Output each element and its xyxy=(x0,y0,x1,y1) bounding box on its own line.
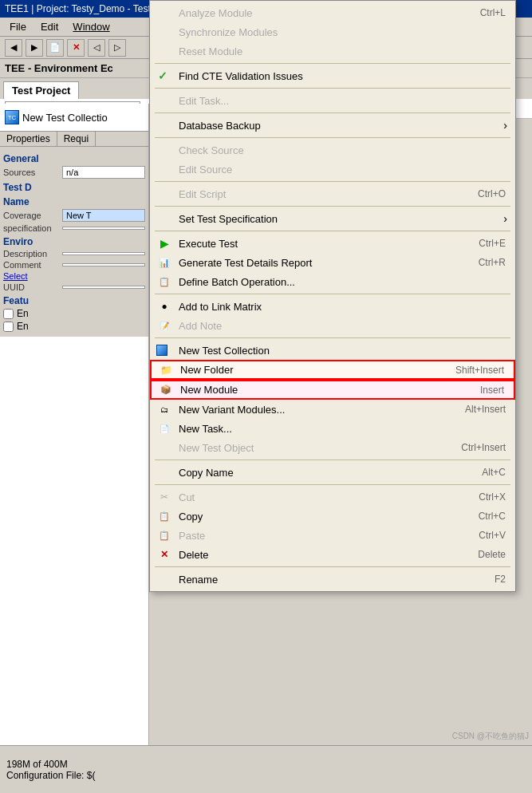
ctx-copy-shortcut: Ctrl+C xyxy=(463,511,506,522)
sep8 xyxy=(155,294,510,294)
ctx-edit-script-shortcut: Ctrl+O xyxy=(462,188,506,199)
ctx-check-source-label: Check Source xyxy=(179,144,244,156)
ctx-add-note-label: Add Note xyxy=(179,320,222,332)
prop-description: Description xyxy=(3,249,145,258)
ctx-new-task[interactable]: 📄 New Task... xyxy=(150,419,515,438)
prop-en1: En xyxy=(3,308,145,319)
ctx-add-link-matrix[interactable]: ● Add to Link Matrix xyxy=(150,297,515,316)
ctx-define-batch[interactable]: 📋 Define Batch Operation... xyxy=(150,272,515,291)
ctx-edit-source[interactable]: Edit Source xyxy=(150,160,515,179)
prop-comment: Comment xyxy=(3,260,145,270)
toolbar-btn-fwd[interactable]: ▶ xyxy=(26,39,43,57)
ctx-paste[interactable]: 📋 Paste Ctrl+V xyxy=(150,526,515,545)
ctx-synchronize-modules-label: Synchronize Modules xyxy=(179,26,278,38)
ctx-new-variant-modules[interactable]: 🗂 New Variant Modules... Alt+Insert xyxy=(150,400,515,419)
ctx-new-test-collection[interactable]: New Test Collection xyxy=(150,341,515,360)
ctx-new-module-label: New Module xyxy=(180,384,238,396)
ctx-delete-label: Delete xyxy=(179,549,209,561)
paste-icon: 📋 xyxy=(156,527,172,543)
ctx-generate-report[interactable]: 📊 Generate Test Details Report Ctrl+R xyxy=(150,253,515,272)
ctx-new-folder[interactable]: 📁 New Folder Shift+Insert xyxy=(150,360,515,380)
sep9 xyxy=(155,337,510,338)
ctx-reset-module-label: Reset Module xyxy=(179,45,242,57)
ctx-database-backup-label: Database Backup xyxy=(179,120,261,132)
ctx-copy-name-shortcut: Alt+C xyxy=(466,467,506,478)
ctx-edit-task[interactable]: Edit Task... xyxy=(150,91,515,110)
props-content: General Sources n/a Test D Name Coverage… xyxy=(0,147,148,337)
ctx-new-folder-shortcut: Shift+Insert xyxy=(439,365,504,376)
toolbar-btn-back[interactable]: ◀ xyxy=(5,39,22,57)
name-label: Name xyxy=(3,196,145,207)
toolbar-btn-close[interactable]: ✕ xyxy=(67,39,85,57)
tree-area: TC New Test Collectio xyxy=(0,104,148,131)
ctx-analyze-module-label: Analyze Module xyxy=(179,7,253,19)
report-icon: 📊 xyxy=(156,254,172,270)
ctx-generate-report-shortcut: Ctrl+R xyxy=(463,257,506,268)
tree-item-new-test-collection[interactable]: TC New Test Collectio xyxy=(5,108,144,126)
prop-coverage: Coverage New T xyxy=(3,209,145,222)
ctx-check-source[interactable]: Check Source xyxy=(150,140,515,160)
prop-en2: En xyxy=(3,321,145,332)
menu-edit[interactable]: Edit xyxy=(34,19,65,34)
menu-file[interactable]: File xyxy=(3,19,33,34)
sep3 xyxy=(155,112,510,113)
ctx-edit-script[interactable]: Edit Script Ctrl+O xyxy=(150,184,515,203)
ctx-execute-test-label: Execute Test xyxy=(179,238,238,250)
play-green-icon: ▶ xyxy=(156,235,172,251)
checkbox-en2[interactable] xyxy=(3,322,14,332)
ctx-find-cte[interactable]: ✓ Find CTE Validation Issues xyxy=(150,66,515,85)
ctx-generate-report-label: Generate Test Details Report xyxy=(179,257,312,269)
ctx-paste-shortcut: Ctrl+V xyxy=(463,530,506,541)
sep10 xyxy=(155,460,510,460)
ctx-new-module[interactable]: 📦 New Module Insert xyxy=(150,380,515,400)
memory-status: 198M of 400M xyxy=(6,759,526,770)
ctx-new-task-label: New Task... xyxy=(179,423,232,435)
copy-icon: 📋 xyxy=(156,508,172,524)
variant-icon: 🗂 xyxy=(156,401,172,417)
toolbar-btn-next[interactable]: ▷ xyxy=(108,39,126,57)
tab-label: Test Project xyxy=(12,85,70,97)
properties-panel: Properties Requi General Sources n/a Tes… xyxy=(0,131,148,337)
ctx-analyze-module-shortcut: Ctrl+L xyxy=(464,7,506,18)
bottom-panel: 198M of 400M Configuration File: $( xyxy=(0,745,532,793)
general-label: General xyxy=(3,153,145,164)
tab-properties[interactable]: Properties xyxy=(0,132,57,146)
ctx-analyze-module[interactable]: Analyze Module Ctrl+L xyxy=(150,3,515,22)
ctx-new-test-object[interactable]: New Test Object Ctrl+Insert xyxy=(150,438,515,457)
ctx-set-test-spec[interactable]: Set Test Specification xyxy=(150,209,515,228)
ctx-reset-module[interactable]: Reset Module xyxy=(150,41,515,61)
sep2 xyxy=(155,88,510,89)
toolbar-btn-prev[interactable]: ◁ xyxy=(88,39,105,57)
ctx-copy-name-label: Copy Name xyxy=(179,467,234,479)
new-tc-icon xyxy=(156,345,167,356)
tab-requirements[interactable]: Requi xyxy=(57,132,96,146)
ctx-paste-label: Paste xyxy=(179,530,205,542)
sep6 xyxy=(155,206,510,207)
ctx-synchronize-modules[interactable]: Synchronize Modules xyxy=(150,22,515,41)
ctx-copy[interactable]: 📋 Copy Ctrl+C xyxy=(150,507,515,526)
task-icon: 📄 xyxy=(156,420,172,436)
ctx-delete-shortcut: Delete xyxy=(462,549,506,560)
menu-window[interactable]: Window xyxy=(66,19,116,34)
ctx-add-note[interactable]: 📝 Add Note xyxy=(150,316,515,335)
batch-icon: 📋 xyxy=(156,274,172,290)
ctx-delete[interactable]: ✕ Delete Delete xyxy=(150,545,515,564)
tab-test-project[interactable]: Test Project xyxy=(3,81,79,99)
ctx-database-backup[interactable]: Database Backup xyxy=(150,116,515,135)
featu-label: Featu xyxy=(3,295,145,306)
sep5 xyxy=(155,181,510,182)
ctx-execute-test[interactable]: ▶ Execute Test Ctrl+E xyxy=(150,234,515,253)
ctx-rename[interactable]: Rename F2 xyxy=(150,570,515,589)
prop-specification: specification xyxy=(3,223,145,233)
folder-icon: 📁 xyxy=(158,362,174,378)
sep1 xyxy=(155,63,510,64)
toolbar-btn-doc[interactable]: 📄 xyxy=(46,39,64,57)
sep12 xyxy=(155,566,510,567)
ctx-copy-name[interactable]: Copy Name Alt+C xyxy=(150,463,515,482)
ctx-cut[interactable]: ✂ Cut Ctrl+X xyxy=(150,487,515,507)
ctx-copy-label: Copy xyxy=(179,511,203,523)
ctx-new-variant-modules-label: New Variant Modules... xyxy=(179,404,285,416)
checkbox-en1[interactable] xyxy=(3,309,14,319)
props-tabs: Properties Requi xyxy=(0,132,148,147)
ctx-define-batch-label: Define Batch Operation... xyxy=(179,276,295,288)
